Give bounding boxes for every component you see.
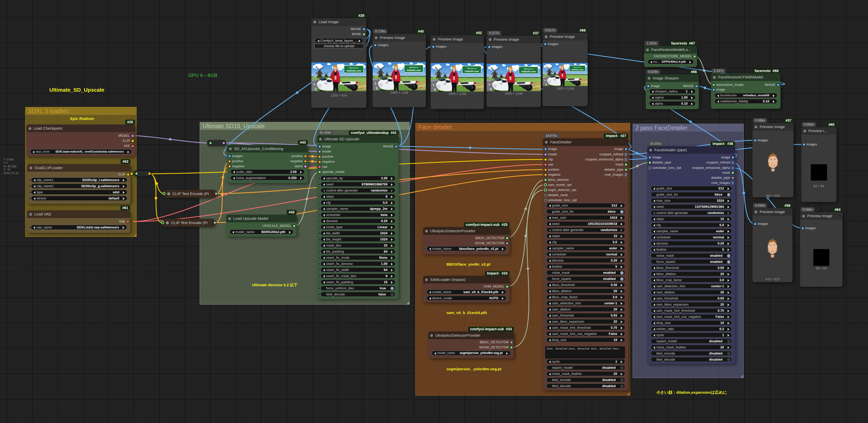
svg-text:Seibishi.com: Seibishi.com	[465, 70, 479, 73]
svg-text:Welcome to: Welcome to	[524, 68, 533, 70]
svg-text:Seibishi.com: Seibishi.com	[346, 69, 361, 72]
svg-text:Welcome to: Welcome to	[467, 67, 476, 69]
svg-text:Welcome to: Welcome to	[409, 66, 418, 68]
svg-text:Welcome to: Welcome to	[349, 67, 359, 69]
svg-text:Seibishi.com: Seibishi.com	[571, 68, 583, 71]
svg-text:Seibishi.com: Seibishi.com	[521, 70, 536, 73]
svg-text:Welcome to: Welcome to	[574, 66, 582, 68]
svg-text:Seibishi.com: Seibishi.com	[406, 69, 421, 71]
